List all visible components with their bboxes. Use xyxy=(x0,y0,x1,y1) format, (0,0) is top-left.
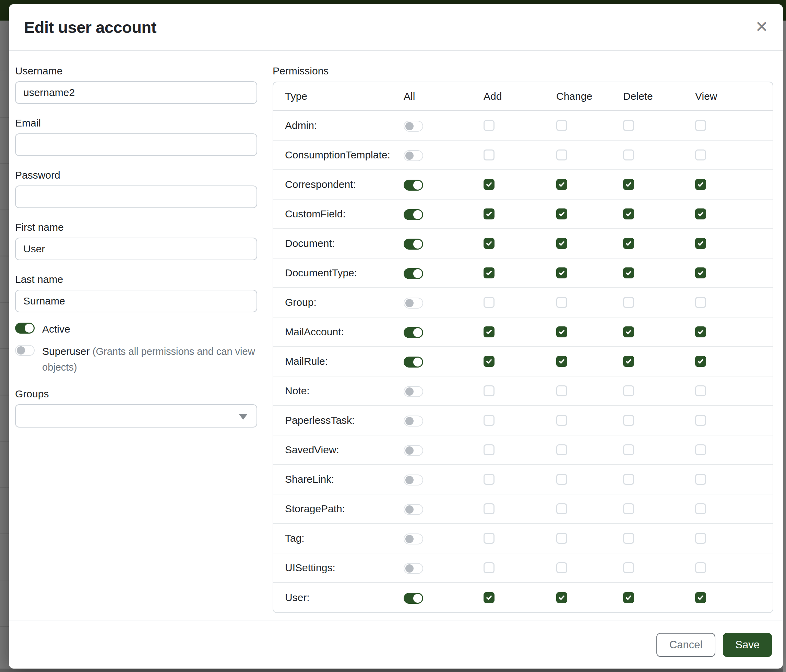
permission-delete-checkbox[interactable] xyxy=(623,356,634,367)
permission-delete-checkbox[interactable] xyxy=(623,592,634,603)
permission-delete-checkbox[interactable] xyxy=(623,474,634,485)
last-name-input[interactable] xyxy=(15,290,257,312)
permission-delete-checkbox[interactable] xyxy=(623,120,634,131)
permission-row: Group: xyxy=(273,288,773,317)
permission-all-toggle[interactable] xyxy=(404,180,423,191)
permission-add-checkbox[interactable] xyxy=(484,267,495,278)
permission-view-checkbox[interactable] xyxy=(695,238,706,249)
permission-add-checkbox[interactable] xyxy=(484,415,495,426)
permission-delete-checkbox[interactable] xyxy=(623,267,634,278)
active-toggle[interactable] xyxy=(15,323,35,334)
permission-add-checkbox[interactable] xyxy=(484,356,495,367)
column-header-view: View xyxy=(695,91,773,102)
permission-view-checkbox[interactable] xyxy=(695,444,706,455)
permission-view-checkbox[interactable] xyxy=(695,327,706,338)
save-button[interactable]: Save xyxy=(723,633,772,657)
permission-change-checkbox[interactable] xyxy=(556,149,567,160)
permission-add-checkbox[interactable] xyxy=(484,562,495,573)
permission-change-checkbox[interactable] xyxy=(556,179,567,190)
permission-all-toggle[interactable] xyxy=(404,209,423,220)
permission-change-checkbox[interactable] xyxy=(556,238,567,249)
permission-view-checkbox[interactable] xyxy=(695,120,706,131)
permission-all-toggle[interactable] xyxy=(404,239,423,250)
permission-view-checkbox[interactable] xyxy=(695,592,706,603)
permission-delete-checkbox[interactable] xyxy=(623,327,634,338)
permission-view-checkbox[interactable] xyxy=(695,415,706,426)
permission-add-checkbox[interactable] xyxy=(484,592,495,603)
permission-change-checkbox[interactable] xyxy=(556,120,567,131)
permission-delete-checkbox[interactable] xyxy=(623,533,634,544)
email-input[interactable] xyxy=(15,133,257,156)
permission-add-checkbox[interactable] xyxy=(484,209,495,220)
permission-add-checkbox[interactable] xyxy=(484,503,495,514)
permission-change-checkbox[interactable] xyxy=(556,356,567,367)
permission-view-checkbox[interactable] xyxy=(695,533,706,544)
permission-add-checkbox[interactable] xyxy=(484,120,495,131)
permission-view-checkbox[interactable] xyxy=(695,297,706,308)
page-scrollbar[interactable] xyxy=(783,20,786,672)
permission-all-toggle[interactable] xyxy=(404,563,423,574)
permission-change-checkbox[interactable] xyxy=(556,474,567,485)
permission-type-label: PaperlessTask: xyxy=(273,415,404,426)
permission-add-checkbox[interactable] xyxy=(484,297,495,308)
close-icon[interactable]: ✕ xyxy=(751,16,773,38)
permission-view-checkbox[interactable] xyxy=(695,267,706,278)
permission-add-checkbox[interactable] xyxy=(484,179,495,190)
permission-add-checkbox[interactable] xyxy=(484,474,495,485)
permission-view-checkbox[interactable] xyxy=(695,385,706,396)
permission-change-checkbox[interactable] xyxy=(556,444,567,455)
permission-delete-checkbox[interactable] xyxy=(623,149,634,160)
permission-delete-checkbox[interactable] xyxy=(623,415,634,426)
permission-all-toggle[interactable] xyxy=(404,593,423,604)
permission-delete-checkbox[interactable] xyxy=(623,385,634,396)
permission-all-toggle[interactable] xyxy=(404,268,423,279)
permission-all-toggle[interactable] xyxy=(404,150,423,161)
permission-add-checkbox[interactable] xyxy=(484,149,495,160)
permission-view-checkbox[interactable] xyxy=(695,149,706,160)
permission-change-checkbox[interactable] xyxy=(556,209,567,220)
permission-change-checkbox[interactable] xyxy=(556,327,567,338)
groups-select[interactable] xyxy=(15,404,257,427)
permission-change-checkbox[interactable] xyxy=(556,562,567,573)
permission-change-checkbox[interactable] xyxy=(556,415,567,426)
permission-delete-checkbox[interactable] xyxy=(623,444,634,455)
permission-delete-checkbox[interactable] xyxy=(623,238,634,249)
permission-change-checkbox[interactable] xyxy=(556,297,567,308)
permission-view-checkbox[interactable] xyxy=(695,356,706,367)
permission-all-toggle[interactable] xyxy=(404,356,423,367)
permission-change-checkbox[interactable] xyxy=(556,385,567,396)
first-name-input[interactable] xyxy=(15,238,257,260)
permission-change-checkbox[interactable] xyxy=(556,267,567,278)
permission-change-checkbox[interactable] xyxy=(556,592,567,603)
username-input[interactable] xyxy=(15,81,257,104)
password-input[interactable] xyxy=(15,185,257,208)
permission-delete-checkbox[interactable] xyxy=(623,297,634,308)
permission-all-toggle[interactable] xyxy=(404,416,423,427)
permission-delete-checkbox[interactable] xyxy=(623,209,634,220)
permission-delete-checkbox[interactable] xyxy=(623,562,634,573)
permission-all-toggle[interactable] xyxy=(404,445,423,456)
permission-view-checkbox[interactable] xyxy=(695,179,706,190)
permission-change-checkbox[interactable] xyxy=(556,533,567,544)
permission-add-checkbox[interactable] xyxy=(484,238,495,249)
permission-add-checkbox[interactable] xyxy=(484,327,495,338)
permission-view-checkbox[interactable] xyxy=(695,209,706,220)
permission-all-toggle[interactable] xyxy=(404,121,423,132)
permission-all-toggle[interactable] xyxy=(404,386,423,397)
permission-view-checkbox[interactable] xyxy=(695,503,706,514)
permission-all-toggle[interactable] xyxy=(404,504,423,515)
permission-all-toggle[interactable] xyxy=(404,298,423,309)
permission-all-toggle[interactable] xyxy=(404,327,423,338)
cancel-button[interactable]: Cancel xyxy=(656,633,716,657)
permission-change-checkbox[interactable] xyxy=(556,503,567,514)
permission-add-checkbox[interactable] xyxy=(484,444,495,455)
permission-view-checkbox[interactable] xyxy=(695,474,706,485)
permission-delete-checkbox[interactable] xyxy=(623,503,634,514)
permission-add-checkbox[interactable] xyxy=(484,385,495,396)
superuser-toggle[interactable] xyxy=(15,345,35,356)
permission-all-toggle[interactable] xyxy=(404,534,423,545)
permission-all-toggle[interactable] xyxy=(404,474,423,485)
permission-delete-checkbox[interactable] xyxy=(623,179,634,190)
permission-add-checkbox[interactable] xyxy=(484,533,495,544)
permission-view-checkbox[interactable] xyxy=(695,562,706,573)
